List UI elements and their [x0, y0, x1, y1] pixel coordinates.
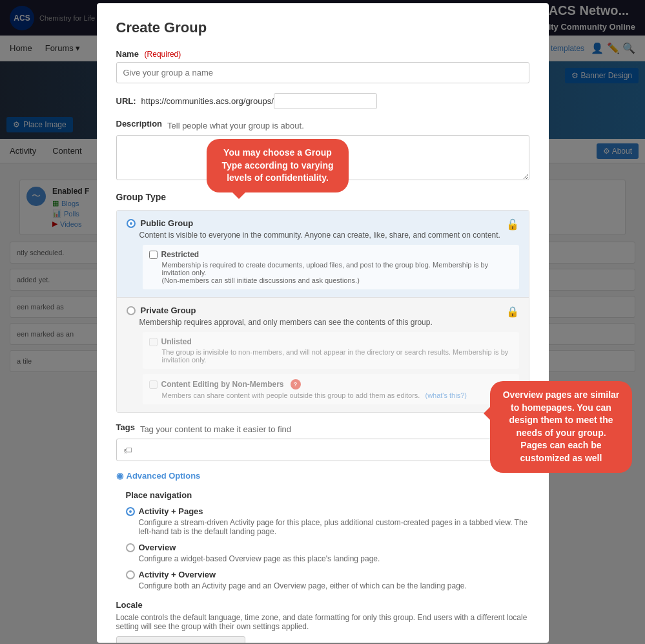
- unlisted-sub-option: Unlisted The group is invisible to non-m…: [143, 332, 519, 369]
- whats-this-link[interactable]: (what's this?): [425, 391, 466, 399]
- advanced-options-radio-icon: ◉: [116, 471, 123, 481]
- unlisted-desc: The group is invisible to non-members, a…: [162, 348, 513, 364]
- private-group-header: Private Group 🔒: [127, 306, 519, 315]
- private-group-lock-icon: 🔒: [506, 306, 519, 318]
- restricted-name: Restricted: [161, 250, 200, 259]
- private-group-name: Private Group: [141, 306, 196, 315]
- unlisted-header: Unlisted: [149, 337, 513, 346]
- nav-option-activity-pages[interactable]: Activity + Pages Configure a stream-driv…: [126, 506, 529, 536]
- place-navigation-title: Place navigation: [126, 490, 529, 500]
- modal-title: Create Group: [116, 19, 529, 36]
- public-group-radio[interactable]: [127, 219, 136, 228]
- content-editing-sub-option: Content Editing by Non-Members ? Members…: [143, 374, 519, 404]
- url-label: URL:: [116, 96, 136, 106]
- content-editing-checkbox: [149, 380, 158, 389]
- tags-hint: Tag your content to make it easier to fi…: [140, 424, 291, 434]
- content-editing-badge: ?: [291, 379, 301, 390]
- content-editing-desc: Members can share content with people ou…: [162, 391, 513, 399]
- private-group-option[interactable]: Private Group 🔒 Membership requires appr…: [117, 298, 529, 412]
- overview-radio[interactable]: [126, 543, 135, 552]
- tags-row: Tags Tag your content to make it easier …: [116, 422, 529, 435]
- tags-input-container[interactable]: 🏷: [116, 439, 529, 461]
- activity-pages-desc: Configure a stream-driven Activity page …: [139, 518, 529, 536]
- locale-title: Locale: [116, 600, 529, 610]
- desc-row: Description Tell people what your group …: [116, 119, 529, 132]
- restricted-header: Restricted: [149, 250, 513, 259]
- unlisted-checkbox: [149, 338, 158, 346]
- url-input[interactable]: [274, 93, 377, 109]
- activity-overview-desc: Configure both an Activity page and an O…: [139, 581, 529, 590]
- public-group-desc: Content is visible to everyone in the co…: [139, 231, 519, 240]
- locale-select[interactable]: [116, 636, 245, 643]
- tags-label: Tags: [116, 422, 135, 432]
- name-input[interactable]: [116, 62, 529, 83]
- content-editing-name: Content Editing by Non-Members: [161, 380, 284, 389]
- public-group-lock-icon: 🔓: [506, 218, 519, 231]
- tooltip-overview: Overview pages are similar to homepages.…: [490, 381, 632, 473]
- nav-option-activity-pages-header: Activity + Pages: [126, 506, 529, 516]
- nav-option-overview[interactable]: Overview Configure a widget-based Overvi…: [126, 543, 529, 563]
- restricted-checkbox[interactable]: [149, 251, 158, 259]
- activity-pages-name: Activity + Pages: [139, 506, 203, 516]
- tooltip-group-type: You may choose a Group Type according to…: [207, 139, 349, 192]
- activity-overview-radio[interactable]: [126, 570, 135, 579]
- public-group-option[interactable]: Public Group 🔓 Content is visible to eve…: [117, 211, 529, 297]
- group-type-label: Group Type: [116, 192, 529, 202]
- private-group-desc: Membership requires approval, and only m…: [139, 318, 519, 327]
- description-label: Description: [116, 119, 163, 129]
- overview-desc: Configure a widget-based Overview page a…: [139, 554, 529, 563]
- advanced-options-toggle[interactable]: ◉ Advanced Options: [116, 471, 529, 481]
- nav-option-activity-overview-header: Activity + Overview: [126, 570, 529, 579]
- nav-option-overview-header: Overview: [126, 543, 529, 552]
- activity-overview-name: Activity + Overview: [139, 570, 216, 579]
- activity-pages-radio[interactable]: [126, 507, 135, 516]
- group-type-container: Public Group 🔓 Content is visible to eve…: [116, 210, 529, 413]
- name-label: Name (Required): [116, 49, 181, 59]
- public-group-name: Public Group: [141, 218, 194, 228]
- nav-option-activity-overview[interactable]: Activity + Overview Configure both an Ac…: [126, 570, 529, 590]
- modal-overlay: Create Group Name (Required) URL: https:…: [0, 0, 645, 644]
- name-field-group: Name (Required): [116, 49, 529, 83]
- tags-icon: 🏷: [123, 445, 132, 455]
- url-row: URL: https://communities.acs.org/groups/: [116, 93, 529, 109]
- public-group-header: Public Group 🔓: [127, 218, 519, 228]
- restricted-sub-option: Restricted Membership is required to cre…: [143, 245, 519, 289]
- content-editing-header: Content Editing by Non-Members ?: [149, 379, 513, 390]
- restricted-desc: Membership is required to create documen…: [162, 261, 513, 284]
- create-group-modal: Create Group Name (Required) URL: https:…: [97, 3, 549, 643]
- description-hint: Tell people what your group is about.: [167, 121, 304, 130]
- unlisted-name: Unlisted: [161, 337, 192, 346]
- locale-section: Locale Locale controls the default langu…: [116, 600, 529, 643]
- private-group-radio[interactable]: [127, 306, 136, 315]
- locale-desc: Locale controls the default language, ti…: [116, 613, 529, 631]
- advanced-options-content: Place navigation Activity + Pages Config…: [116, 490, 529, 643]
- overview-name: Overview: [139, 543, 176, 552]
- url-prefix: https://communities.acs.org/groups/: [141, 96, 274, 106]
